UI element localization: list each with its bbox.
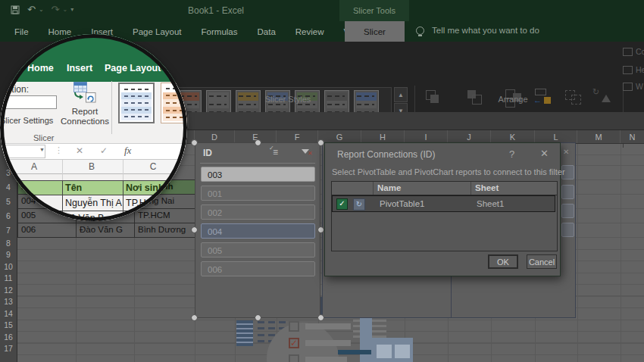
loupe-formula-bar: ▼ ⋮ ✕ ✓ fx [0, 143, 187, 160]
resize-handle[interactable] [191, 139, 198, 146]
illustration-table-icon [236, 320, 253, 346]
resize-handle[interactable] [317, 314, 324, 321]
slicer-item[interactable]: 006 [201, 261, 315, 276]
row-header[interactable]: 6 [0, 208, 17, 223]
resize-handle[interactable] [317, 226, 324, 233]
bring-forward-icon [411, 87, 455, 110]
clear-filter-x: ✕ [308, 150, 313, 157]
undo-dropdown-icon[interactable]: ⌄ [39, 6, 44, 13]
lightbulb-base [418, 35, 422, 36]
loupe-namebox-dropdown-icon: ▼ [39, 147, 45, 152]
slicer-item[interactable]: 005 [201, 242, 315, 257]
cell-c7[interactable]: Bình Dương [135, 223, 195, 238]
loupe-tab-insert: Insert [67, 63, 92, 73]
ribbon-tab[interactable]: Formulas [192, 27, 248, 36]
resize-handle[interactable] [255, 139, 261, 146]
row-header[interactable]: 5 [0, 194, 17, 208]
illustration-checkbox-2-checked: ✓ [289, 338, 299, 348]
cell-c6[interactable]: TP.HCM [135, 209, 195, 223]
tell-me-search[interactable]: Tell me what you want to do [432, 26, 539, 35]
connections-table: Name Sheet ✓ ↻ PivotTable1 Sheet1 [331, 181, 558, 251]
tab-slicer-active[interactable]: Slicer [345, 21, 405, 42]
column-header[interactable]: J [448, 130, 491, 143]
cancel-button[interactable]: Cancel [527, 254, 557, 269]
resize-handle[interactable] [317, 139, 324, 146]
resize-handle[interactable] [191, 314, 198, 321]
row-header[interactable]: 9 [0, 249, 17, 261]
loupe-report-label-2: Connections [61, 117, 109, 126]
slicer-item[interactable]: 003 [201, 167, 315, 182]
loupe-cell-ten: Tên [65, 183, 82, 193]
column-header[interactable]: M [577, 130, 621, 143]
column-header[interactable]: L [535, 130, 577, 143]
column-header[interactable]: G [318, 130, 361, 143]
row-header[interactable]: 14 [0, 307, 17, 320]
column-divider [373, 182, 374, 195]
slicer3-item-sliver [561, 204, 574, 218]
column-header[interactable]: N [621, 130, 644, 143]
row-header[interactable]: 16 [0, 331, 17, 343]
illustration-blue-bar [338, 350, 371, 354]
ribbon-tab[interactable]: Data [248, 27, 286, 36]
qat-customize-icon[interactable]: ▾ [70, 6, 73, 13]
slicer-item[interactable]: 002 [201, 204, 315, 220]
loupe-cancel-icon: ✕ [76, 145, 83, 156]
ribbon-tab[interactable]: Review [286, 27, 334, 36]
pivottable-checkbox[interactable]: ✓ [336, 198, 348, 210]
columns-button[interactable]: Co [623, 47, 644, 56]
resize-handle[interactable] [191, 226, 198, 233]
undo-icon[interactable]: ↶ [27, 4, 36, 15]
formula-bar-divider [188, 114, 189, 128]
help-icon[interactable]: ? [509, 148, 514, 160]
row-header[interactable]: 13 [0, 296, 17, 308]
slicer3-clear-icon: ✕ [563, 148, 569, 156]
close-icon[interactable]: ✕ [540, 148, 549, 159]
save-icon[interactable] [11, 5, 20, 14]
row-header[interactable]: 11 [0, 273, 17, 285]
width-field[interactable]: W [623, 82, 643, 91]
row-numbers: 3 4567891011121314151617 [0, 165, 17, 354]
row-header[interactable]: 4 [0, 179, 17, 194]
resize-handle[interactable] [255, 314, 261, 321]
loupe-report-label-1: Report [65, 107, 105, 116]
column-header[interactable]: F [277, 130, 318, 143]
cell-a7[interactable]: 006 [18, 223, 77, 238]
redo-dropdown-icon[interactable]: ⌄ [63, 6, 68, 13]
gallery-up-icon[interactable]: ▲ [394, 87, 408, 102]
slicer-item[interactable]: 001 [201, 186, 315, 201]
row-header[interactable]: 15 [0, 320, 17, 332]
columns-icon [623, 48, 633, 56]
height-field[interactable]: He [623, 65, 644, 74]
ok-button[interactable]: OK [488, 254, 518, 269]
arrange-group-label: Arrange [452, 95, 574, 104]
column-header[interactable]: H [361, 130, 405, 143]
pivottable-row[interactable]: ✓ ↻ PivotTable1 Sheet1 [332, 195, 555, 212]
ribbon-tab[interactable]: File [5, 27, 39, 36]
illustration-slate-bar [360, 318, 372, 362]
column-header[interactable]: K [491, 130, 535, 143]
width-icon [623, 83, 633, 91]
quick-access-toolbar: ↶⌄ ↷⌄ ▾ [11, 4, 73, 15]
illustration-bar [305, 357, 347, 362]
excel-window: ↶⌄ ↷⌄ ▾ Book1 - Excel Slicer Tools File … [0, 0, 644, 362]
id-slicer[interactable]: ID ✓≡ ✕ 003 001002004005006 [195, 142, 320, 318]
row-header[interactable]: 17 [0, 343, 17, 355]
row-header[interactable]: 8 [0, 237, 17, 249]
row-header[interactable]: 7 [0, 223, 17, 237]
loupe-col-c: C [123, 161, 183, 172]
row-header[interactable]: 10 [0, 261, 17, 273]
illustration-checkbox-1 [289, 321, 299, 332]
slicer-header-rule [200, 163, 315, 164]
lightbulb-icon [416, 27, 424, 35]
row-header[interactable]: 12 [0, 284, 17, 296]
slicer-items: 003 001002004005006 [201, 167, 315, 276]
loupe-style-thumb-blue [118, 83, 155, 123]
column-header[interactable]: I [405, 130, 448, 143]
column-header[interactable]: D [195, 130, 235, 143]
slicer-item[interactable]: 004 [201, 223, 315, 239]
ribbon-tab[interactable]: Page Layout [123, 27, 192, 36]
cell-b7[interactable]: Đào Văn G [77, 223, 135, 238]
redo-icon[interactable]: ↷ [52, 4, 60, 15]
ribbon-tab[interactable]: Home [39, 27, 82, 36]
multiselect-icon[interactable]: ✓≡ [273, 147, 278, 158]
